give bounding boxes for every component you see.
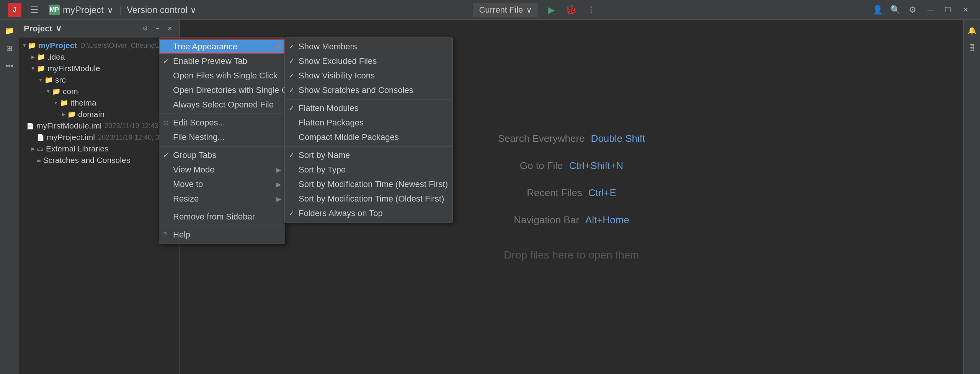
menu-item-compact-middle-packages[interactable]: Compact Middle Packages <box>285 130 452 145</box>
menu-item-show-visibility-icons-label: Show Visibility Icons <box>299 71 375 81</box>
notifications-button[interactable]: 🔔 <box>965 24 979 37</box>
hint-recent-files-label: Recent Files <box>527 187 582 199</box>
tree-label-myproject-iml: myProject.iml <box>47 133 95 142</box>
project-collapse-button[interactable]: − <box>152 23 163 34</box>
menu-item-sort-by-mod-oldest[interactable]: Sort by Modification Time (Oldest First) <box>285 192 452 206</box>
project-initials-icon: MP <box>49 5 60 15</box>
menu-item-view-mode[interactable]: View Mode ▶ <box>159 163 285 177</box>
menu-item-open-files-single-click[interactable]: Open Files with Single Click <box>159 68 285 83</box>
more-run-options-button[interactable]: ⋮ <box>584 3 598 17</box>
version-control-button[interactable]: Version control ∨ <box>123 3 201 17</box>
project-close-icon: ✕ <box>167 25 172 32</box>
menu-item-move-to[interactable]: Move to ▶ <box>159 177 285 192</box>
tree-folder-icon-myproject: 📁 <box>28 41 36 50</box>
hint-search-everywhere-label: Search Everywhere <box>498 133 585 145</box>
menu-item-flatten-packages-label: Flatten Packages <box>299 118 364 128</box>
database-button[interactable]: 🗄 <box>965 41 979 55</box>
tree-item-myproject-iml[interactable]: ▶ 📄 myProject.iml 2023/11/19 12:40, 307 … <box>19 132 180 143</box>
menu-item-sort-by-mod-newest[interactable]: Sort by Modification Time (Newest First) <box>285 177 452 192</box>
tree-appearance-submenu-arrow-icon: ▶ <box>276 43 281 50</box>
settings-icon: ⚙ <box>909 5 916 15</box>
menu-item-open-dirs-single-click-label: Open Directories with Single Click <box>173 85 300 95</box>
search-everywhere-button[interactable]: 🔍 <box>888 3 902 17</box>
close-button[interactable]: ✕ <box>959 3 972 17</box>
tree-item-domain[interactable]: ▶ 📁 domain <box>19 109 180 120</box>
tree-folder-icon-com: 📁 <box>52 87 60 96</box>
restore-button[interactable]: ❐ <box>941 3 955 17</box>
menu-item-resize[interactable]: Resize ▶ <box>159 192 285 206</box>
menu-item-help[interactable]: ? Help <box>159 228 285 242</box>
run-button[interactable]: ▶ <box>544 3 558 17</box>
tree-item-com[interactable]: ▼ 📁 com <box>19 86 180 97</box>
run-area: Current File ∨ ▶ 🐞 ⋮ <box>473 3 598 17</box>
current-file-chevron-icon: ∨ <box>526 5 532 15</box>
tree-item-myproject[interactable]: ▼ 📁 myProject D:\Users\Oliver_Cheung\Jav… <box>19 40 180 51</box>
project-close-button[interactable]: ✕ <box>164 23 175 34</box>
tree-label-external-libraries: External Libraries <box>46 144 108 153</box>
tree-file-icon-myfirstmodule-iml: 📄 <box>26 122 34 130</box>
help-icon: ? <box>163 231 167 239</box>
menu-item-remove-from-sidebar[interactable]: Remove from Sidebar <box>159 210 285 224</box>
menu-item-group-tabs-label: Group Tabs <box>173 150 216 160</box>
titlebar-right-controls: 👤 🔍 ⚙ — ❐ ✕ <box>871 3 972 17</box>
structure-icon: ⊞ <box>6 44 13 53</box>
tree-folder-icon-itheima: 📁 <box>60 99 68 107</box>
menu-item-flatten-modules[interactable]: ✓ Flatten Modules <box>285 101 452 115</box>
database-icon: 🗄 <box>969 44 975 52</box>
show-visibility-icons-check: ✓ <box>289 72 294 80</box>
current-file-selector[interactable]: Current File ∨ <box>473 3 538 17</box>
menu-item-enable-preview-tab[interactable]: ✓ Enable Preview Tab <box>159 54 285 68</box>
hint-navigation-bar-key: Alt+Home <box>585 214 629 226</box>
tree-label-idea: .idea <box>47 52 65 62</box>
project-settings-button[interactable]: ⚙ <box>140 23 150 34</box>
resize-submenu-arrow-icon: ▶ <box>276 195 281 203</box>
menu-item-folders-always-on-top[interactable]: ✓ Folders Always on Top <box>285 206 452 221</box>
profile-button[interactable]: 👤 <box>871 3 884 17</box>
menu-item-show-excluded-files[interactable]: ✓ Show Excluded Files <box>285 54 452 68</box>
view-mode-submenu-arrow-icon: ▶ <box>276 166 281 174</box>
menu-item-show-members-label: Show Members <box>299 42 357 52</box>
tree-item-src[interactable]: ▼ 📁 src <box>19 74 180 86</box>
menu-item-show-members[interactable]: ✓ Show Members <box>285 39 452 54</box>
project-panel-header-buttons: ⚙ − ✕ <box>140 23 175 34</box>
settings-button[interactable]: ⚙ <box>906 3 920 17</box>
menu-item-flatten-packages[interactable]: Flatten Packages <box>285 115 452 130</box>
show-members-check: ✓ <box>289 42 294 51</box>
tree-item-external-libraries[interactable]: ▶ 🗂 External Libraries <box>19 143 180 154</box>
menu-item-open-dirs-single-click[interactable]: Open Directories with Single Click <box>159 83 285 98</box>
menu-item-tree-appearance[interactable]: Tree Appearance ▶ <box>159 39 285 54</box>
menu-item-group-tabs[interactable]: ✓ Group Tabs <box>159 148 285 163</box>
menu-item-always-select-opened[interactable]: Always Select Opened File <box>159 98 285 112</box>
sidebar-structure-icon-button[interactable]: ⊞ <box>3 41 16 55</box>
menu-item-show-scratches-and-consoles[interactable]: ✓ Show Scratches and Consoles <box>285 83 452 98</box>
hint-search-everywhere: Search Everywhere Double Shift <box>498 133 645 145</box>
sidebar-more-icon-button[interactable]: ••• <box>3 59 16 73</box>
tree-expand-arrow-idea: ▶ <box>30 54 36 60</box>
restore-icon: ❐ <box>945 6 951 14</box>
tree-expand-arrow-com: ▼ <box>45 88 51 94</box>
project-selector[interactable]: MP myProject ∨ <box>45 3 118 17</box>
titlebar-separator: | <box>119 5 121 15</box>
close-icon: ✕ <box>963 6 969 14</box>
tree-label-domain: domain <box>78 110 105 119</box>
sidebar-folder-icon-button[interactable]: 📁 <box>3 24 16 37</box>
hamburger-menu-button[interactable]: ☰ <box>28 3 41 17</box>
menu-item-sort-by-name[interactable]: ✓ Sort by Name <box>285 148 452 163</box>
menu-item-edit-scopes[interactable]: ⊙ Edit Scopes... <box>159 115 285 130</box>
tree-label-myfirstmodule-iml: myFirstModule.iml <box>36 121 101 130</box>
debug-button[interactable]: 🐞 <box>564 3 578 17</box>
tree-item-itheima[interactable]: ▼ 📁 itheima <box>19 97 180 109</box>
tree-item-myfirstmodule-iml[interactable]: ▶ 📄 myFirstModule.iml 2023/11/19 12:43, … <box>19 120 180 132</box>
sort-by-name-check: ✓ <box>289 151 294 159</box>
tree-file-icon-myproject-iml: 📄 <box>37 134 44 141</box>
menu-item-show-visibility-icons[interactable]: ✓ Show Visibility Icons <box>285 68 452 83</box>
minimize-button[interactable]: — <box>923 3 937 17</box>
tree-item-myfirstmodule[interactable]: ▼ 📁 myFirstModule <box>19 63 180 74</box>
titlebar: J ☰ MP myProject ∨ | Version control ∨ C… <box>0 0 980 20</box>
menu-item-file-nesting[interactable]: File Nesting... <box>159 130 285 145</box>
tree-item-scratches[interactable]: ▶ ≡ Scratches and Consoles <box>19 154 180 166</box>
menu-item-sort-by-type[interactable]: Sort by Type <box>285 163 452 177</box>
tree-label-src: src <box>55 75 66 85</box>
tree-item-idea[interactable]: ▶ 📁 .idea <box>19 51 180 63</box>
hint-go-to-file: Go to File Ctrl+Shift+N <box>520 160 623 172</box>
